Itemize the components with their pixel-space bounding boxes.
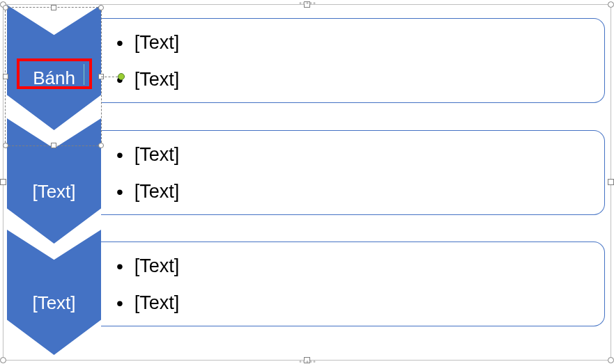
- smartart-canvas[interactable]: Bánh [Text] [Text] [Text] [Text] [Text] …: [3, 4, 611, 361]
- bullet-text[interactable]: [Text]: [135, 174, 180, 209]
- list-item[interactable]: [Text]: [116, 285, 592, 322]
- list-item[interactable]: [Text]: [116, 61, 592, 98]
- bullet-list: [Text] [Text]: [116, 24, 592, 98]
- grip-icon: [299, 2, 315, 4]
- resize-handle[interactable]: [51, 143, 56, 148]
- rotation-handle[interactable]: [118, 73, 125, 80]
- list-item[interactable]: [Text]: [116, 24, 592, 61]
- resize-handle[interactable]: [0, 179, 6, 185]
- bullet-text[interactable]: [Text]: [135, 62, 180, 97]
- resize-handle[interactable]: [98, 5, 104, 10]
- list-item[interactable]: [Text]: [116, 248, 592, 285]
- bullet-list: [Text] [Text]: [116, 136, 592, 210]
- bullet-text[interactable]: [Text]: [135, 25, 180, 61]
- resize-handle[interactable]: [3, 5, 8, 10]
- bullet-list: [Text] [Text]: [116, 248, 592, 322]
- grip-icon: [299, 361, 315, 363]
- chevron-shape-3[interactable]: [Text]: [7, 230, 101, 355]
- list-item[interactable]: [Text]: [116, 136, 592, 173]
- shape-selection: [5, 7, 102, 146]
- resize-handle[interactable]: [608, 1, 614, 8]
- content-box-3[interactable]: [Text] [Text]: [101, 242, 605, 326]
- chevron-label[interactable]: [Text]: [7, 292, 101, 314]
- resize-handle[interactable]: [3, 143, 8, 148]
- resize-handle[interactable]: [98, 143, 104, 148]
- resize-handle[interactable]: [3, 74, 8, 79]
- chevron-label[interactable]: [Text]: [7, 181, 101, 203]
- resize-handle[interactable]: [608, 179, 614, 185]
- bullet-text[interactable]: [Text]: [135, 248, 180, 284]
- resize-handle[interactable]: [608, 357, 614, 363]
- bullet-text[interactable]: [Text]: [135, 137, 180, 173]
- content-box-2[interactable]: [Text] [Text]: [101, 130, 605, 215]
- content-column: [Text] [Text] [Text] [Text] [Text] [Text…: [101, 8, 607, 356]
- vertical-chevron-list: Bánh [Text] [Text] [Text] [Text] [Text] …: [7, 8, 607, 356]
- bullet-text[interactable]: [Text]: [135, 285, 180, 321]
- resize-handle[interactable]: [0, 357, 6, 363]
- resize-handle[interactable]: [51, 5, 56, 10]
- list-item[interactable]: [Text]: [116, 173, 592, 210]
- content-box-1[interactable]: [Text] [Text]: [101, 18, 605, 103]
- rotation-connector: [101, 77, 118, 77]
